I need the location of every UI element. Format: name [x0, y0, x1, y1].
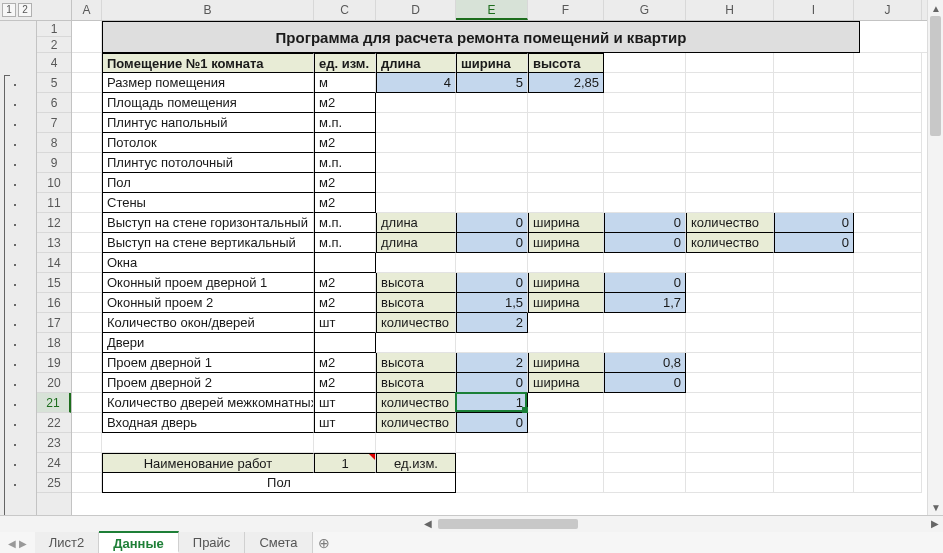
cell-C14[interactable]	[314, 253, 376, 273]
row-header-18[interactable]: 18	[37, 333, 71, 353]
row-header-14[interactable]: 14	[37, 253, 71, 273]
row-header-23[interactable]: 23	[37, 433, 71, 453]
cell-F16[interactable]: ширина	[528, 293, 604, 313]
cell-D16[interactable]: высота	[376, 293, 456, 313]
col-header-J[interactable]: J	[854, 0, 922, 20]
cell-D22[interactable]: количество	[376, 413, 456, 433]
row-header-20[interactable]: 20	[37, 373, 71, 393]
cell-A4[interactable]	[72, 53, 102, 73]
cell-C22[interactable]: шт	[314, 413, 376, 433]
col-header-D[interactable]: D	[376, 0, 456, 20]
cell-F13[interactable]: ширина	[528, 233, 604, 253]
sheet-tab-Данные[interactable]: Данные	[99, 531, 179, 553]
cell-C12[interactable]: м.п.	[314, 213, 376, 233]
hscroll-right-button[interactable]: ▶	[927, 516, 943, 532]
cell-G13[interactable]: 0	[604, 233, 686, 253]
col-header-A[interactable]: A	[72, 0, 102, 20]
cell-D4[interactable]: длина	[376, 53, 456, 73]
col-header-H[interactable]: H	[686, 0, 774, 20]
row-header-2[interactable]: 2	[37, 37, 71, 53]
cell-C-6[interactable]: м2	[314, 93, 376, 113]
cell-E17[interactable]: 2	[456, 313, 528, 333]
row-header-6[interactable]: 6	[37, 93, 71, 113]
cell-D21[interactable]: количество	[376, 393, 456, 413]
cell-B-9[interactable]: Плинтус потолочный	[102, 153, 314, 173]
row-header-15[interactable]: 15	[37, 273, 71, 293]
cell-F12[interactable]: ширина	[528, 213, 604, 233]
cell-B14[interactable]: Окна	[102, 253, 314, 273]
cell-C-10[interactable]: м2	[314, 173, 376, 193]
cell-B-11[interactable]: Стены	[102, 193, 314, 213]
cell-C-5[interactable]: м	[314, 73, 376, 93]
cell-B18[interactable]: Двери	[102, 333, 314, 353]
cell-B24[interactable]: Наименование работ	[102, 453, 314, 473]
cell-H12[interactable]: количество	[686, 213, 774, 233]
scroll-up-button[interactable]: ▲	[928, 0, 943, 16]
col-header-F[interactable]: F	[528, 0, 604, 20]
cell-B21[interactable]: Количество дверей межкомнатных	[102, 393, 314, 413]
cell-B25[interactable]: Пол	[102, 473, 456, 493]
cell-A1[interactable]	[72, 21, 102, 53]
row-header-16[interactable]: 16	[37, 293, 71, 313]
cell-B-7[interactable]: Плинтус напольный	[102, 113, 314, 133]
row-header-8[interactable]: 8	[37, 133, 71, 153]
cell-C16[interactable]: м2	[314, 293, 376, 313]
cell-D12[interactable]: длина	[376, 213, 456, 233]
cell-B-6[interactable]: Площадь помещения	[102, 93, 314, 113]
row-header-7[interactable]: 7	[37, 113, 71, 133]
select-all-corner[interactable]	[37, 0, 72, 20]
cell-B17[interactable]: Количество окон/дверей	[102, 313, 314, 333]
cell-D19[interactable]: высота	[376, 353, 456, 373]
vertical-scrollbar[interactable]: ▲ ▼	[927, 0, 943, 515]
cell-E22[interactable]: 0	[456, 413, 528, 433]
vscroll-track[interactable]	[928, 16, 943, 499]
cell-E12[interactable]: 0	[456, 213, 528, 233]
col-header-I[interactable]: I	[774, 0, 854, 20]
cell-F4[interactable]: высота	[528, 53, 604, 73]
cell-B16[interactable]: Оконный проем 2	[102, 293, 314, 313]
cell-E15[interactable]: 0	[456, 273, 528, 293]
horizontal-scrollbar[interactable]: ◀ ▶	[0, 516, 943, 532]
cell-C19[interactable]: м2	[314, 353, 376, 373]
outline-bracket[interactable]	[4, 75, 5, 515]
sheet-tab-Лист2[interactable]: Лист2	[35, 532, 99, 553]
row-header-25[interactable]: 25	[37, 473, 71, 493]
grid-area[interactable]: Программа для расчета ремонта помещений …	[72, 21, 927, 515]
cell-C-8[interactable]: м2	[314, 133, 376, 153]
cell-C-11[interactable]: м2	[314, 193, 376, 213]
row-header-1[interactable]: 1	[37, 21, 71, 37]
cell-B22[interactable]: Входная дверь	[102, 413, 314, 433]
hscroll-track[interactable]	[438, 518, 925, 530]
cell-C4[interactable]: ед. изм.	[314, 53, 376, 73]
vscroll-thumb[interactable]	[930, 16, 941, 136]
sheet-tab-Смета[interactable]: Смета	[245, 532, 312, 553]
cell-G12[interactable]: 0	[604, 213, 686, 233]
row-header-4[interactable]: 4	[37, 53, 71, 73]
cell-F19[interactable]: ширина	[528, 353, 604, 373]
add-sheet-button[interactable]: ⊕	[313, 532, 335, 553]
cell-G16[interactable]: 1,7	[604, 293, 686, 313]
cell-B19[interactable]: Проем дверной 1	[102, 353, 314, 373]
cell-E19[interactable]: 2	[456, 353, 528, 373]
cell-F15[interactable]: ширина	[528, 273, 604, 293]
row-header-9[interactable]: 9	[37, 153, 71, 173]
row-header-13[interactable]: 13	[37, 233, 71, 253]
cell-C24[interactable]: 1	[314, 453, 376, 473]
cell-C21[interactable]: шт	[314, 393, 376, 413]
cell-D13[interactable]: длина	[376, 233, 456, 253]
col-header-G[interactable]: G	[604, 0, 686, 20]
col-outline-level-1[interactable]: 1	[2, 3, 16, 17]
cell-B4[interactable]: Помещение №1 комната	[102, 53, 314, 73]
row-header-21[interactable]: 21	[37, 393, 71, 413]
cell-C-7[interactable]: м.п.	[314, 113, 376, 133]
cell-E4[interactable]: ширина	[456, 53, 528, 73]
cell-E20[interactable]: 0	[456, 373, 528, 393]
row-header-24[interactable]: 24	[37, 453, 71, 473]
cell-G20[interactable]: 0	[604, 373, 686, 393]
cell-E-5[interactable]: 5	[456, 73, 528, 93]
cell-C18[interactable]	[314, 333, 376, 353]
cell-B-8[interactable]: Потолок	[102, 133, 314, 153]
row-header-12[interactable]: 12	[37, 213, 71, 233]
col-header-C[interactable]: C	[314, 0, 376, 20]
cell-B13[interactable]: Выступ на стене вертикальный	[102, 233, 314, 253]
